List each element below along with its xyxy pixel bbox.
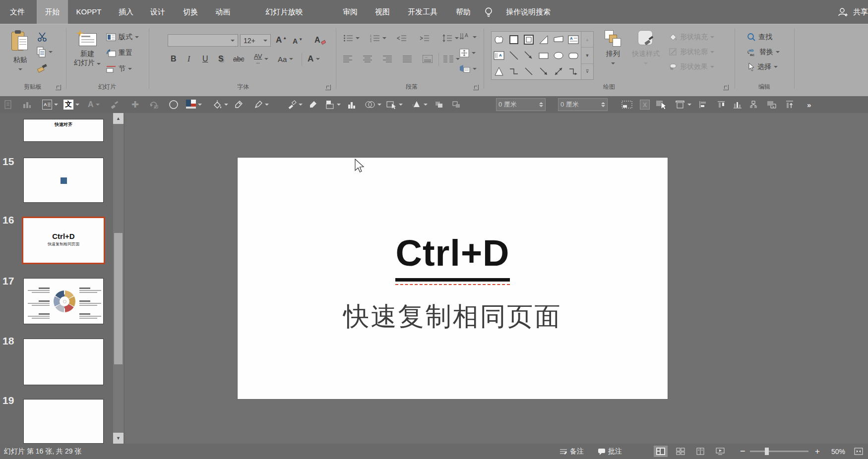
circle-tool-icon[interactable]: [169, 99, 179, 110]
text-direction-button[interactable]: A: [459, 31, 477, 43]
scroll-down-icon[interactable]: ▼: [113, 433, 124, 444]
normal-view-button[interactable]: [654, 446, 668, 457]
justify-button[interactable]: [403, 53, 412, 65]
tab-review[interactable]: 审阅: [337, 0, 363, 24]
section-button[interactable]: 节: [106, 63, 132, 75]
zoom-slider-thumb[interactable]: [765, 448, 769, 455]
gallery-more-icon[interactable]: ⊽: [581, 64, 593, 79]
chart-tool-icon[interactable]: [347, 99, 356, 110]
tab-file[interactable]: 文件: [5, 0, 30, 24]
rotate-3d-button[interactable]: [412, 99, 428, 110]
paste-button[interactable]: 粘贴: [7, 30, 34, 72]
tab-insert[interactable]: 插入: [113, 0, 139, 24]
font-dialog-launcher[interactable]: [325, 85, 331, 90]
bold-button[interactable]: B: [171, 53, 177, 65]
align-objects-left-icon[interactable]: [698, 99, 707, 110]
reading-view-button[interactable]: [693, 446, 707, 457]
tab-developer[interactable]: 开发工具: [402, 0, 443, 24]
clear-format-button[interactable]: A: [314, 34, 326, 46]
font-color-button[interactable]: A: [308, 53, 320, 65]
paragraph-dialog-launcher[interactable]: [473, 85, 479, 90]
zoom-slider-track[interactable]: [750, 451, 808, 452]
user-add-icon[interactable]: [837, 7, 849, 17]
line-spacing-button[interactable]: [442, 32, 459, 44]
shrink-font-button[interactable]: A▼: [293, 35, 303, 47]
shape-outline-button[interactable]: 形状轮廓: [669, 46, 714, 58]
gallery-down-icon[interactable]: ▼: [581, 48, 593, 63]
height-spinner[interactable]: 0 厘米: [558, 98, 608, 111]
thumbnail-slide-15[interactable]: [23, 158, 104, 203]
arrange-button[interactable]: 排列: [599, 30, 627, 66]
toolbar-overflow-chevron[interactable]: »: [807, 99, 811, 110]
cut-icon[interactable]: [37, 31, 48, 42]
width-spinner[interactable]: 0 厘米: [496, 98, 546, 111]
paste-dropdown-caret-icon[interactable]: [18, 68, 22, 70]
fill-style-button[interactable]: [325, 99, 341, 110]
select-shape-icon[interactable]: [656, 99, 668, 110]
drawing-dialog-launcher[interactable]: [723, 85, 729, 90]
thumbnail-slide-16-selected[interactable]: Ctrl+D 快速复制相同页面: [22, 217, 105, 264]
select-button[interactable]: 选择: [747, 61, 778, 73]
thumbnail-slide-17[interactable]: [23, 278, 104, 324]
align-left-button[interactable]: [343, 53, 352, 65]
merge-shapes-button[interactable]: [365, 99, 381, 110]
slide-title[interactable]: Ctrl+D: [238, 232, 668, 285]
text-tool-button[interactable]: 文: [63, 99, 79, 110]
paste-format-icon[interactable]: [4, 99, 13, 110]
fill-bucket-button[interactable]: [212, 99, 228, 110]
tab-view[interactable]: 视图: [370, 0, 395, 24]
swap-position-icon[interactable]: [749, 99, 758, 110]
distribute-text-button[interactable]: ⇔: [423, 53, 433, 65]
move-up-column-icon[interactable]: [785, 99, 795, 110]
underline-button[interactable]: U: [202, 53, 208, 65]
notes-button[interactable]: 备注: [559, 444, 584, 459]
font-color-tool[interactable]: A: [88, 99, 100, 110]
theme-colors-button[interactable]: [186, 99, 202, 110]
tell-me-search[interactable]: 操作说明搜索: [496, 0, 560, 24]
shapes-gallery[interactable]: A A: [491, 31, 581, 80]
thumbnail-slide-19[interactable]: [23, 399, 104, 444]
replace-button[interactable]: abac 替换: [747, 46, 780, 58]
zoom-level[interactable]: 50%: [831, 444, 845, 459]
columns-button[interactable]: [443, 53, 460, 65]
frame-tool-button[interactable]: [675, 99, 691, 110]
thumbnail-slide-18[interactable]: [23, 339, 104, 385]
tab-home[interactable]: 开始: [37, 0, 68, 24]
textbox-style-button[interactable]: A: [42, 99, 58, 110]
eyedropper-icon[interactable]: [234, 99, 243, 110]
zoom-fit-icon[interactable]: [854, 444, 863, 459]
slide-stats-icon[interactable]: [22, 99, 31, 110]
replace-image-icon[interactable]: [766, 99, 776, 110]
slide-sorter-view-button[interactable]: [674, 446, 687, 457]
decrease-indent-button[interactable]: [397, 32, 407, 44]
grow-font-button[interactable]: A▲: [276, 34, 287, 46]
panel-scrollbar[interactable]: ▲ ▼: [113, 113, 124, 444]
gallery-up-icon[interactable]: ▲: [581, 32, 593, 48]
slideshow-view-button[interactable]: [713, 446, 727, 457]
duplicate-shape-icon[interactable]: [451, 99, 461, 110]
italic-button[interactable]: I: [187, 53, 190, 65]
eyedropper2-icon[interactable]: [309, 99, 317, 110]
change-case-button[interactable]: Aa: [278, 53, 293, 65]
zoom-in-button[interactable]: +: [815, 444, 820, 459]
scrollbar-thumb[interactable]: [114, 233, 123, 364]
width-spinner-arrows-icon[interactable]: [539, 102, 543, 107]
shape-effects-button[interactable]: 形状效果: [669, 61, 714, 73]
character-spacing-button[interactable]: AV↔: [254, 53, 268, 65]
zoom-out-button[interactable]: −: [740, 444, 745, 459]
notes-panel-icon[interactable]: [621, 99, 632, 110]
tab-help[interactable]: 帮助: [450, 0, 476, 24]
share-button[interactable]: 共享: [853, 0, 868, 24]
tab-koppt[interactable]: KOPPT: [73, 0, 104, 24]
find-button[interactable]: 查找: [747, 31, 772, 43]
thumbnail-slide-14[interactable]: 快速对齐: [23, 119, 104, 142]
delete-x-icon[interactable]: X: [640, 99, 650, 110]
strikethrough-button[interactable]: abc: [233, 53, 245, 65]
shape-fill-button[interactable]: 形状填充: [669, 31, 714, 43]
comments-button[interactable]: 批注: [598, 444, 622, 459]
shape-edit-button[interactable]: [386, 99, 403, 110]
text-shadow-button[interactable]: S: [218, 53, 224, 65]
reset-button[interactable]: 重置: [106, 47, 132, 59]
font-name-combobox[interactable]: [168, 34, 238, 47]
clipboard-dialog-launcher[interactable]: [56, 85, 61, 90]
